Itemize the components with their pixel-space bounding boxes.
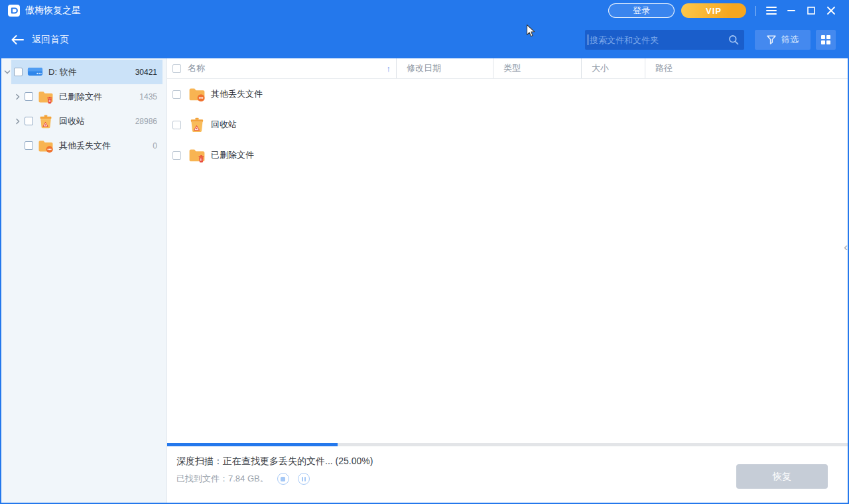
row-name: 回收站 [211, 119, 237, 131]
sidebar-item-other-lost-files[interactable]: 其他丢失文件 0 [0, 133, 166, 158]
recycle-bin-icon [38, 114, 54, 129]
sidebar-item-body[interactable]: 已删除文件 1435 [22, 84, 163, 109]
sidebar-item-recycle-bin[interactable]: 回收站 28986 [0, 109, 166, 133]
grid-view-icon [821, 35, 830, 44]
recover-button[interactable]: 恢复 [736, 464, 828, 489]
search-icon[interactable] [728, 34, 739, 45]
column-label: 大小 [592, 62, 609, 74]
minimize-button[interactable] [781, 2, 801, 19]
pause-icon [302, 477, 303, 481]
sidebar-item-body[interactable]: 其他丢失文件 0 [22, 133, 163, 158]
toolbar: 返回首页 筛选 [0, 21, 849, 58]
sidebar-item-body[interactable]: 回收站 28986 [22, 109, 163, 133]
column-header-date[interactable]: 修改日期 [396, 58, 493, 78]
maximize-button[interactable] [801, 2, 821, 19]
app-logo-icon [8, 5, 20, 17]
app-window: 傲梅恢复之星 登录 VIP 返回首页 筛选 [0, 0, 849, 504]
folder-lost-icon [38, 139, 54, 153]
sidebar-item-body[interactable]: D: 软件 30421 [11, 60, 163, 84]
recycle-bin-icon [188, 117, 206, 133]
table-row-other-lost-files[interactable]: 其他丢失文件 [167, 79, 849, 109]
file-list-panel: 名称 ↑ 修改日期 类型 大小 路径 其他丢失文件 回 [167, 58, 849, 504]
view-mode-button[interactable] [816, 30, 836, 50]
chevron-right-icon[interactable] [14, 118, 22, 125]
menu-button[interactable] [761, 2, 781, 19]
table-header: 名称 ↑ 修改日期 类型 大小 路径 [167, 58, 849, 79]
sidebar-item-label: 其他丢失文件 [59, 140, 153, 152]
back-home-label[interactable]: 返回首页 [32, 34, 69, 46]
app-title: 傲梅恢复之星 [25, 5, 81, 17]
folder-deleted-icon [188, 147, 206, 163]
checkbox[interactable] [172, 90, 181, 99]
sidebar-item-count: 28986 [135, 117, 157, 126]
column-header-type[interactable]: 类型 [493, 58, 581, 78]
titlebar-divider [755, 6, 756, 16]
sidebar-item-count: 30421 [135, 68, 157, 77]
panel-collapse-icon[interactable]: ‹ [844, 241, 848, 253]
column-label: 类型 [503, 62, 521, 74]
table-row-deleted-files[interactable]: 已删除文件 [167, 140, 849, 170]
select-all-checkbox[interactable] [172, 64, 181, 73]
column-header-size[interactable]: 大小 [581, 58, 645, 78]
checkbox[interactable] [172, 121, 181, 129]
search-field[interactable] [590, 35, 728, 45]
login-button[interactable]: 登录 [608, 3, 675, 18]
folder-deleted-icon [38, 90, 54, 104]
minimize-icon [787, 10, 795, 11]
text-caret [588, 34, 588, 45]
filter-button[interactable]: 筛选 [755, 30, 811, 50]
drive-icon [27, 65, 43, 80]
hamburger-icon [766, 7, 777, 15]
search-input[interactable] [585, 30, 744, 50]
column-header-name[interactable]: 名称 ↑ [167, 58, 396, 78]
found-files-text: 已找到文件：7.84 GB。 [176, 473, 269, 485]
checkbox[interactable] [25, 92, 33, 101]
filter-label: 筛选 [781, 34, 799, 46]
chevron-down-icon[interactable] [3, 70, 11, 75]
column-label: 修改日期 [407, 62, 441, 74]
sidebar-tree: D: 软件 30421 已删除文件 1435 [0, 58, 167, 504]
back-arrow-icon [11, 34, 24, 45]
close-button[interactable] [821, 2, 841, 19]
maximize-icon [807, 7, 815, 15]
checkbox[interactable] [14, 68, 23, 76]
content-area: D: 软件 30421 已删除文件 1435 [0, 58, 849, 504]
stop-scan-button[interactable] [277, 473, 289, 485]
checkbox[interactable] [172, 151, 181, 160]
column-label: 名称 [188, 62, 205, 74]
vip-button[interactable]: VIP [681, 3, 746, 18]
list-empty-area [167, 170, 849, 443]
checkbox[interactable] [25, 141, 33, 150]
close-icon [827, 7, 835, 15]
status-footer: 深度扫描：正在查找更多丢失的文件... (25.00%) 已找到文件：7.84 … [167, 446, 849, 504]
sidebar-item-label: D: 软件 [48, 66, 135, 78]
sidebar-item-count: 0 [153, 141, 157, 151]
column-label: 路径 [655, 62, 673, 74]
checkbox[interactable] [25, 117, 33, 125]
filter-icon [767, 35, 776, 44]
table-row-recycle-bin[interactable]: 回收站 [167, 109, 849, 140]
stop-icon [281, 477, 285, 481]
sidebar-item-label: 回收站 [59, 115, 135, 127]
row-name: 已删除文件 [211, 149, 254, 161]
folder-lost-icon [188, 86, 206, 102]
title-bar: 傲梅恢复之星 登录 VIP [0, 0, 849, 21]
sidebar-item-deleted-files[interactable]: 已删除文件 1435 [0, 84, 166, 109]
sidebar-item-d-drive[interactable]: D: 软件 30421 [0, 60, 166, 84]
sidebar-item-label: 已删除文件 [59, 91, 139, 103]
sort-ascending-icon[interactable]: ↑ [387, 64, 391, 74]
column-header-path[interactable]: 路径 [645, 58, 849, 78]
row-name: 其他丢失文件 [211, 88, 263, 100]
pause-scan-button[interactable] [298, 473, 310, 485]
back-button[interactable] [9, 32, 25, 48]
sidebar-item-count: 1435 [139, 92, 157, 101]
chevron-right-icon[interactable] [14, 94, 22, 100]
